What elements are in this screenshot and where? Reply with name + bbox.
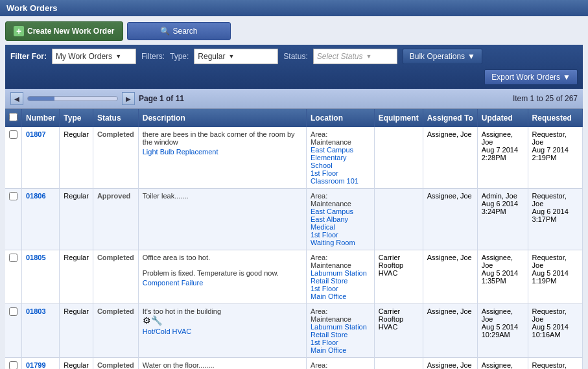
filters-label: Filters:: [141, 52, 165, 61]
row-checkbox[interactable]: [9, 130, 18, 139]
location-link[interactable]: Classroom 101: [311, 177, 359, 185]
row-updated: Assignee, Joe Aug 7 2014 2:28PM: [477, 127, 528, 189]
page-text: Page 1 of 11: [139, 94, 184, 103]
description-link-container: Hot/Cold HVAC: [143, 327, 302, 335]
description-link[interactable]: Light Bulb Replacement: [143, 148, 218, 156]
location-link[interactable]: Waiting Room: [311, 239, 355, 246]
row-type: Regular: [60, 304, 93, 358]
location-line: 1st Floor: [311, 231, 370, 239]
row-location: Area: MaintenanceLaburnum StationRetail …: [306, 250, 374, 304]
bulk-ops-chevron-icon: ▼: [467, 52, 475, 61]
row-updated: Admin, Joe Aug 6 2014 3:24PM: [477, 189, 528, 250]
location-line: Laburnum Station: [311, 323, 370, 331]
filter-for-value: My Work Orders: [56, 52, 112, 61]
row-checkbox-cell: [5, 189, 22, 250]
row-requested: Requestor, Joe Aug 7 2014 2:19PM: [528, 127, 582, 189]
title-bar: Work Orders: [0, 0, 588, 16]
row-checkbox[interactable]: [9, 307, 18, 316]
table-header-row: Number Type Status Description Location …: [5, 109, 583, 127]
row-assigned-to: Assignee, Joe: [423, 189, 477, 250]
location-link[interactable]: East Campus: [311, 208, 353, 215]
description-link[interactable]: Hot/Cold HVAC: [143, 327, 192, 335]
location-line: East Campus: [311, 146, 370, 154]
filter-for-label: Filter For:: [10, 52, 47, 61]
location-line: Area: Maintenance: [311, 361, 370, 369]
work-order-link[interactable]: 01799: [26, 361, 46, 369]
location-link[interactable]: 1st Floor: [311, 169, 338, 177]
row-assigned-to: Assignee, Joe: [423, 304, 477, 358]
location-link[interactable]: Main Office: [311, 346, 346, 354]
row-requested: Requestor, Joe Aug 4 2014 11:09AM: [528, 358, 582, 370]
search-button[interactable]: 🔍 Search: [127, 22, 231, 40]
next-page-button[interactable]: ▶: [122, 92, 135, 105]
pagination-bar: ◀ ▶ Page 1 of 11 Item 1 to 25 of 267: [5, 89, 583, 109]
location-link[interactable]: Laburnum Station: [311, 269, 367, 277]
row-checkbox-cell: [5, 358, 22, 370]
location-link[interactable]: East Albany Medical: [311, 215, 348, 231]
header-number: Number: [22, 109, 60, 127]
row-checkbox-cell: [5, 127, 22, 189]
row-number: 01799: [22, 358, 60, 370]
location-line: Area: Maintenance: [311, 192, 370, 208]
location-line: East Campus: [311, 208, 370, 215]
prev-page-button[interactable]: ◀: [10, 92, 23, 105]
search-icon: 🔍: [160, 27, 170, 36]
row-equipment: [374, 127, 423, 189]
header-assigned-to: Assigned To: [423, 109, 477, 127]
table-row: 01807RegularCompletedthere are bees in t…: [5, 127, 583, 189]
row-checkbox[interactable]: [9, 254, 18, 262]
location-link[interactable]: Main Office: [311, 292, 346, 300]
table-row: 01806RegularApprovedToiler leak.......Ar…: [5, 189, 583, 250]
location-line: 1st Floor: [311, 285, 370, 292]
location-link[interactable]: Elementary School: [311, 154, 347, 169]
row-description: there are bees in the back corner of the…: [138, 127, 306, 189]
type-select[interactable]: Regular ▼: [194, 49, 278, 64]
filter-bar: Filter For: My Work Orders ▼ Filters: Ty…: [5, 45, 583, 89]
header-status: Status: [93, 109, 138, 127]
location-line: Waiting Room: [311, 239, 370, 246]
status-select[interactable]: Select Status ▼: [313, 49, 397, 64]
row-assigned-to: Assignee, Joe: [423, 358, 477, 370]
location-line: Area: Maintenance: [311, 307, 370, 323]
work-order-link[interactable]: 01805: [26, 254, 46, 261]
select-all-checkbox[interactable]: [9, 113, 18, 121]
location-link[interactable]: 1st Floor: [311, 285, 338, 292]
location-link[interactable]: 1st Floor: [311, 231, 338, 239]
location-link[interactable]: East Campus: [311, 146, 353, 154]
work-order-link[interactable]: 01803: [26, 307, 46, 315]
description-link-container: Light Bulb Replacement: [143, 148, 302, 156]
work-order-link[interactable]: 01806: [26, 192, 46, 200]
row-checkbox-cell: [5, 304, 22, 358]
bulk-operations-button[interactable]: Bulk Operations ▼: [403, 49, 482, 64]
row-status: Approved: [93, 189, 138, 250]
create-work-order-button[interactable]: + Create New Work Order: [5, 21, 123, 41]
row-status: Completed: [93, 358, 138, 370]
work-order-link[interactable]: 01807: [26, 130, 46, 138]
status-badge: Completed: [97, 361, 134, 369]
filter-for-chevron-icon: ▼: [115, 53, 121, 60]
row-checkbox[interactable]: [9, 192, 18, 200]
row-checkbox-cell: [5, 250, 22, 304]
location-link[interactable]: 1st Floor: [311, 339, 338, 346]
row-description: It's too hot in the building⚙🔧Hot/Cold H…: [138, 304, 306, 358]
header-equipment: Equipment: [374, 109, 423, 127]
pagination-slider[interactable]: [27, 96, 118, 101]
row-assigned-to: Assignee, Joe: [423, 250, 477, 304]
location-line: Retail Store: [311, 331, 370, 339]
main-container: + Create New Work Order 🔍 Search Filter …: [0, 16, 588, 369]
export-work-orders-button[interactable]: Export Work Orders ▼: [484, 69, 578, 85]
description-text: It's too hot in the building: [143, 307, 302, 315]
row-checkbox[interactable]: [9, 361, 18, 369]
filter-for-select[interactable]: My Work Orders ▼: [52, 49, 136, 64]
row-status: Completed: [93, 127, 138, 189]
location-link[interactable]: Retail Store: [311, 277, 347, 285]
description-link[interactable]: Component Failure: [143, 279, 204, 287]
location-link[interactable]: Laburnum Station: [311, 323, 367, 331]
row-requested: Requestor, Joe Aug 5 2014 10:16AM: [528, 304, 582, 358]
status-chevron-icon: ▼: [366, 53, 371, 60]
location-link[interactable]: Retail Store: [311, 331, 347, 339]
location-line: 1st Floor: [311, 169, 370, 177]
row-updated: Assignee, Joe Aug 5 2014 10:29AM: [477, 304, 528, 358]
plus-icon: +: [14, 26, 24, 36]
header-updated: Updated: [477, 109, 528, 127]
